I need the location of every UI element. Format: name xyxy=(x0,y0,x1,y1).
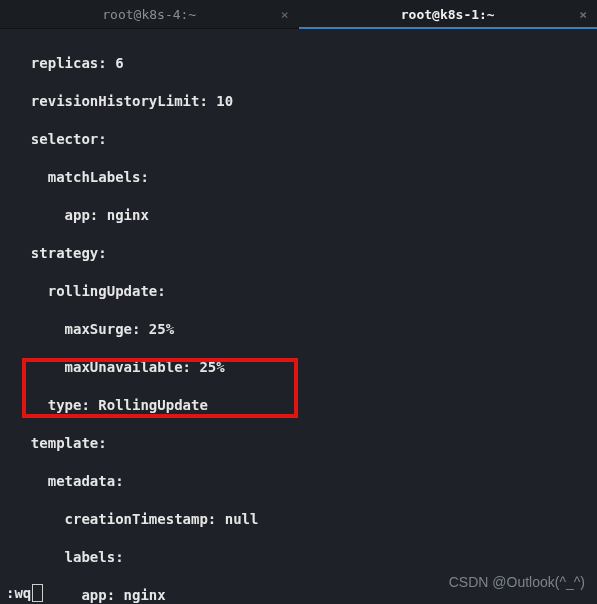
yaml-line: labels: xyxy=(14,548,593,567)
cursor-icon xyxy=(32,584,43,602)
tab-label: root@k8s-4:~ xyxy=(102,7,196,22)
close-icon[interactable]: × xyxy=(579,7,587,22)
tab-bar: root@k8s-4:~ × root@k8s-1:~ × xyxy=(0,0,597,29)
yaml-line: maxSurge: 25% xyxy=(14,320,593,339)
tab-k8s-4[interactable]: root@k8s-4:~ × xyxy=(0,0,299,28)
close-icon[interactable]: × xyxy=(281,7,289,22)
yaml-line: replicas: 6 xyxy=(14,54,593,73)
tab-k8s-1[interactable]: root@k8s-1:~ × xyxy=(299,0,598,28)
yaml-line: selector: xyxy=(14,130,593,149)
terminal-output[interactable]: replicas: 6 revisionHistoryLimit: 10 sel… xyxy=(0,29,597,604)
yaml-line: type: RollingUpdate xyxy=(14,396,593,415)
vim-command-text: :wq xyxy=(6,585,31,601)
yaml-line: template: xyxy=(14,434,593,453)
yaml-line: strategy: xyxy=(14,244,593,263)
tab-label: root@k8s-1:~ xyxy=(401,7,495,22)
yaml-line: matchLabels: xyxy=(14,168,593,187)
yaml-line: app: nginx xyxy=(14,206,593,225)
yaml-line: revisionHistoryLimit: 10 xyxy=(14,92,593,111)
yaml-line: rollingUpdate: xyxy=(14,282,593,301)
watermark-text: CSDN @Outlook(^_^) xyxy=(449,574,585,590)
yaml-line: creationTimestamp: null xyxy=(14,510,593,529)
yaml-line: metadata: xyxy=(14,472,593,491)
yaml-line: maxUnavailable: 25% xyxy=(14,358,593,377)
